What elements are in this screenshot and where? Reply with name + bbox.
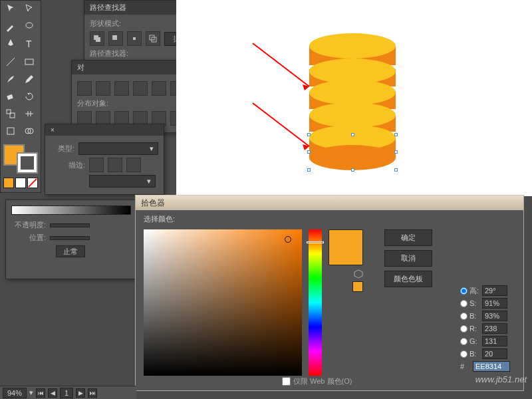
stroke-icon[interactable] xyxy=(126,158,141,172)
s-radio[interactable] xyxy=(460,300,467,307)
r-radio[interactable] xyxy=(460,325,467,332)
svg-text:T: T xyxy=(26,39,32,49)
svg-rect-3 xyxy=(25,59,33,65)
opacity-label: 不透明度: xyxy=(11,220,46,230)
color-picker-dialog: 拾色器 选择颜色: 确定 取消 颜色色板 高:29° S:91% B:93% R… xyxy=(135,195,524,391)
exclude-icon[interactable] xyxy=(146,31,160,46)
selection-handle[interactable] xyxy=(351,133,354,136)
svg-rect-7 xyxy=(7,128,14,134)
web-only-checkbox[interactable]: 仅限 Web 颜色(O) xyxy=(282,376,352,386)
lasso-tool[interactable] xyxy=(21,19,38,34)
hue-marker[interactable] xyxy=(307,241,324,243)
align-hcenter-icon[interactable] xyxy=(96,81,110,96)
selection-handle[interactable] xyxy=(394,133,398,136)
rotate-tool[interactable] xyxy=(21,89,38,104)
hex-field[interactable]: EE8314 xyxy=(473,361,510,372)
h-field[interactable]: 29° xyxy=(482,285,507,296)
watermark: www.jb51.net xyxy=(475,374,527,384)
r-field[interactable]: 238 xyxy=(482,323,507,334)
minus-front-icon[interactable] xyxy=(108,31,123,46)
prev-page-button[interactable]: ◀ xyxy=(48,388,57,398)
svg-rect-14 xyxy=(133,37,136,40)
sv-marker[interactable] xyxy=(285,236,291,243)
align-top-icon[interactable] xyxy=(133,81,148,96)
position-field[interactable] xyxy=(50,236,90,240)
b-field[interactable]: 93% xyxy=(482,311,507,321)
free-transform-tool[interactable] xyxy=(2,124,19,138)
pen-tool[interactable] xyxy=(2,37,19,51)
selection-handle[interactable] xyxy=(307,168,311,172)
line-tool[interactable] xyxy=(2,55,19,69)
opacity-field[interactable] xyxy=(50,223,90,227)
stop-label: 止常 xyxy=(56,245,85,257)
align-vcenter-icon[interactable] xyxy=(152,81,166,96)
g-radio[interactable] xyxy=(460,338,467,345)
zoom-field[interactable]: 94% xyxy=(3,388,27,398)
stroke-icon[interactable] xyxy=(108,158,122,172)
close-icon[interactable]: × xyxy=(51,126,55,134)
svg-rect-12 xyxy=(96,37,100,42)
swatch-gradient[interactable] xyxy=(15,178,26,188)
saturation-value-box[interactable] xyxy=(144,229,302,376)
gradient-slider[interactable] xyxy=(11,205,131,215)
swatch-fill[interactable] xyxy=(3,178,14,188)
last-page-button[interactable]: ⏭ xyxy=(88,388,97,398)
scale-tool[interactable] xyxy=(2,106,19,121)
panel-title: 路径查找器 xyxy=(90,3,126,13)
svg-line-26 xyxy=(253,103,309,146)
selection-handle[interactable] xyxy=(394,168,398,172)
ok-button[interactable]: 确定 xyxy=(384,229,432,246)
direct-select-tool[interactable] xyxy=(21,2,38,17)
width-tool[interactable] xyxy=(21,106,38,121)
eraser-tool[interactable] xyxy=(2,89,19,104)
stroke-weight-dropdown[interactable]: ▾ xyxy=(89,175,156,188)
stroke-icon[interactable] xyxy=(89,158,104,172)
stroke-color[interactable] xyxy=(17,152,38,174)
unite-icon[interactable] xyxy=(90,31,104,46)
gradient-panel: 不透明度: 位置: 止常 xyxy=(5,200,136,279)
selection-tool[interactable] xyxy=(2,2,19,17)
toolbox: T xyxy=(0,0,41,193)
bb-field[interactable]: 20 xyxy=(482,348,507,359)
first-page-button[interactable]: ⏮ xyxy=(36,388,45,398)
old-color-swatch[interactable] xyxy=(352,281,363,292)
h-radio[interactable] xyxy=(460,287,467,295)
bb-radio[interactable] xyxy=(460,350,467,358)
web-only-input[interactable] xyxy=(282,377,291,386)
b-radio[interactable] xyxy=(460,313,467,320)
svg-rect-13 xyxy=(112,35,117,40)
annotation-arrows xyxy=(249,40,323,160)
align-left-icon[interactable] xyxy=(77,81,92,96)
page-field[interactable]: 1 xyxy=(60,388,73,398)
dialog-title[interactable]: 拾色器 xyxy=(136,196,523,210)
brush-tool[interactable] xyxy=(2,72,19,86)
type-panel: × 类型: ▾ 描边: ▾ xyxy=(45,124,164,195)
cube-icon xyxy=(354,269,363,279)
magic-wand-tool[interactable] xyxy=(2,19,19,34)
hue-slider[interactable] xyxy=(309,229,322,376)
type-tool[interactable]: T xyxy=(21,37,38,51)
align-right-icon[interactable] xyxy=(114,81,129,96)
shape-builder-tool[interactable] xyxy=(21,124,38,138)
g-field[interactable]: 131 xyxy=(482,336,507,346)
cancel-button[interactable]: 取消 xyxy=(384,250,432,267)
type-dropdown[interactable]: ▾ xyxy=(78,142,158,155)
select-color-label: 选择颜色: xyxy=(144,215,175,223)
rectangle-tool[interactable] xyxy=(21,55,38,69)
svg-rect-4 xyxy=(7,94,13,100)
next-page-button[interactable]: ▶ xyxy=(76,388,85,398)
color-well[interactable] xyxy=(3,144,38,171)
swatches-button[interactable]: 颜色色板 xyxy=(384,271,432,287)
canvas[interactable] xyxy=(176,0,532,196)
intersect-icon[interactable] xyxy=(127,31,142,46)
type-label: 类型: xyxy=(51,144,74,154)
swatch-none[interactable] xyxy=(27,178,38,188)
position-label: 位置: xyxy=(11,233,46,243)
selection-handle[interactable] xyxy=(351,168,354,172)
s-field[interactable]: 91% xyxy=(482,298,507,309)
selection-handle[interactable] xyxy=(394,150,398,154)
svg-line-2 xyxy=(7,58,15,66)
status-bar: 94% ▾ ⏮ ◀ 1 ▶ ⏭ xyxy=(0,386,136,399)
color-preview xyxy=(329,229,363,265)
pencil-tool[interactable] xyxy=(21,72,38,86)
